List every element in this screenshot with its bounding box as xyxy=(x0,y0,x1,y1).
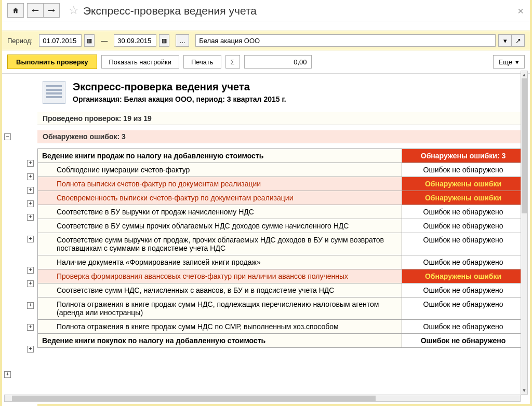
home-button[interactable] xyxy=(7,3,24,18)
table-row: Соответствие в БУ суммы прочих облагаемы… xyxy=(38,219,525,233)
tree-expand-row[interactable]: + xyxy=(27,324,34,331)
sum-display: 0,00 xyxy=(244,55,312,69)
section2-status: Ошибок не обнаружено xyxy=(402,334,525,348)
table-row: Полнота выписки счетов-фактур по докумен… xyxy=(38,177,525,191)
tree-gutter: − +++++++++++ + xyxy=(2,74,37,406)
section1-header: Ведение книги продаж по налогу на добавл… xyxy=(38,149,525,163)
back-button[interactable]: 🡐 xyxy=(27,3,44,18)
tree-expand-row[interactable]: + xyxy=(27,187,34,194)
check-status: Обнаружены ошибки xyxy=(402,191,525,205)
action-toolbar: Выполнить проверку Показать настройки Пе… xyxy=(2,50,530,74)
tree-expand-row[interactable]: + xyxy=(27,200,34,207)
period-label: Период: xyxy=(7,37,33,45)
period-toolbar: Период: 01.07.2015 ▦ — 30.09.2015 ▦ ... … xyxy=(2,31,530,50)
check-text: Полнота отражения в книге продаж сумм НД… xyxy=(38,297,402,320)
check-text: Соответствие сумм выручки от продаж, про… xyxy=(38,233,402,255)
check-status: Ошибок не обнаружено xyxy=(402,320,525,334)
check-status: Ошибок не обнаружено xyxy=(402,255,525,269)
period-select-button[interactable]: ... xyxy=(176,34,189,47)
org-open-button[interactable]: ↗ xyxy=(511,34,525,47)
horizontal-scrollbar[interactable] xyxy=(4,395,521,402)
table-row: Полнота отражения в книге продаж сумм НД… xyxy=(38,320,525,334)
check-text: Соблюдение нумерации счетов-фактур xyxy=(38,163,402,177)
check-text: Полнота выписки счетов-фактур по докумен… xyxy=(38,177,402,191)
tree-expand-row[interactable]: + xyxy=(27,236,34,242)
check-text: Проверка формирования авансовых счетов-ф… xyxy=(38,269,402,283)
table-row: Своевременность выписки счетов-фактур по… xyxy=(38,191,525,205)
check-status: Обнаружены ошибки xyxy=(402,269,525,283)
section2-header: Ведение книги покупок по налогу на добав… xyxy=(38,334,525,348)
calendar-from-button[interactable]: ▦ xyxy=(84,34,95,47)
table-row: Полнота отражения в книге продаж сумм НД… xyxy=(38,297,525,320)
tree-collapse-root[interactable]: − xyxy=(4,133,11,140)
run-check-button[interactable]: Выполнить проверку xyxy=(7,55,97,69)
period-from-input[interactable]: 01.07.2015 xyxy=(39,34,82,47)
tree-expand-row[interactable]: + xyxy=(27,173,34,180)
favorite-icon[interactable]: ☆ xyxy=(69,4,79,17)
errors-found-row: Обнаружено ошибок: 3 xyxy=(37,130,525,143)
close-icon[interactable]: × xyxy=(517,5,524,17)
print-button[interactable]: Печать xyxy=(183,55,221,69)
org-dropdown-button[interactable]: ▾ xyxy=(498,34,512,47)
tree-expand-section2[interactable]: + xyxy=(4,371,11,378)
tree-expand-row[interactable]: + xyxy=(27,214,34,221)
vertical-scrollbar[interactable]: ▲ ▼ xyxy=(521,71,528,395)
forward-button[interactable]: 🡒 xyxy=(43,3,60,18)
show-settings-button[interactable]: Показать настройки xyxy=(101,55,179,69)
tree-expand-row[interactable]: + xyxy=(27,302,34,309)
report-title: Экспресс-проверка ведения учета xyxy=(73,81,286,93)
report-subtitle: Организация: Белая акация ООО, период: 3… xyxy=(73,95,286,103)
check-text: Соответствие в БУ суммы прочих облагаемы… xyxy=(38,219,402,233)
check-status: Ошибок не обнаружено xyxy=(402,297,525,320)
section1-status: Обнаружены ошибки: 3 xyxy=(402,149,525,163)
check-text: Полнота отражения в книге продаж сумм НД… xyxy=(38,320,402,334)
organization-input[interactable]: Белая акация ООО xyxy=(195,34,496,47)
tree-expand-row[interactable]: + xyxy=(27,267,34,274)
table-row: Соответствие в БУ выручки от продаж начи… xyxy=(38,205,525,219)
document-icon xyxy=(43,81,65,104)
check-text: Соответствие в БУ выручки от продаж начи… xyxy=(38,205,402,219)
calendar-to-button[interactable]: ▦ xyxy=(159,34,169,47)
check-text: Наличие документа «Формирование записей … xyxy=(38,255,402,269)
header-bar: 🡐 🡒 ☆ Экспресс-проверка ведения учета × xyxy=(2,0,530,21)
tree-expand-row[interactable]: + xyxy=(27,160,34,167)
check-status: Ошибок не обнаружено xyxy=(402,219,525,233)
table-row: Соблюдение нумерации счетов-фактурОшибок… xyxy=(38,163,525,177)
check-status: Обнаружены ошибки xyxy=(402,177,525,191)
section2-title: Ведение книги покупок по налогу на добав… xyxy=(38,334,402,348)
check-text: Своевременность выписки счетов-фактур по… xyxy=(38,191,402,205)
chevron-down-icon: ▾ xyxy=(515,58,519,66)
table-row: Наличие документа «Формирование записей … xyxy=(38,255,525,269)
check-status: Ошибок не обнаружено xyxy=(402,233,525,255)
table-row: Соответствие сумм НДС, начисленных с ава… xyxy=(38,283,525,297)
tree-expand-row[interactable]: + xyxy=(27,280,34,287)
more-button[interactable]: Еще ▾ xyxy=(493,55,525,69)
table-row: Проверка формирования авансовых счетов-ф… xyxy=(38,269,525,283)
checks-done-row: Проведено проверок: 19 из 19 xyxy=(37,112,525,125)
check-status: Ошибок не обнаружено xyxy=(402,283,525,297)
sigma-button[interactable]: Σ xyxy=(225,55,240,69)
section1-title: Ведение книги продаж по налогу на добавл… xyxy=(38,149,402,163)
table-row: Соответствие сумм выручки от продаж, про… xyxy=(38,233,525,255)
period-to-input[interactable]: 30.09.2015 xyxy=(114,34,156,47)
check-text: Соответствие сумм НДС, начисленных с ава… xyxy=(38,283,402,297)
report-body: Экспресс-проверка ведения учета Организа… xyxy=(37,74,530,406)
window-title: Экспресс-проверка ведения учета xyxy=(83,4,257,17)
check-status: Ошибок не обнаружено xyxy=(402,205,525,219)
checks-table: Ведение книги продаж по налогу на добавл… xyxy=(37,148,525,348)
check-status: Ошибок не обнаружено xyxy=(402,163,525,177)
tree-expand-row[interactable]: + xyxy=(27,346,34,353)
